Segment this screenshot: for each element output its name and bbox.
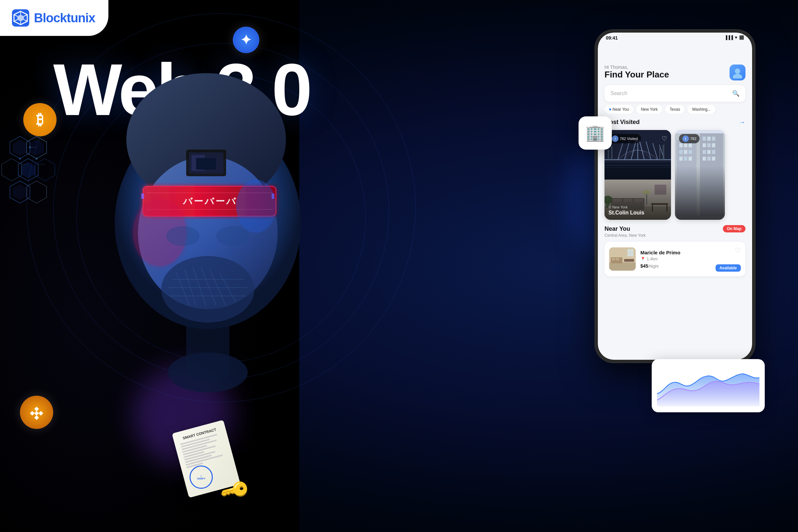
distance-value: 1.4km [647, 257, 658, 261]
pill-new-york[interactable]: New York [636, 105, 662, 114]
svg-rect-128 [624, 259, 634, 262]
svg-marker-12 [29, 140, 44, 156]
svg-rect-130 [616, 258, 619, 260]
pill-new-york-label: New York [641, 107, 658, 112]
property-card-2[interactable]: i 782 [675, 130, 725, 220]
property-name-1: St.Colin Louis [608, 210, 667, 216]
contract-stamp: ✓VERIFY [190, 466, 213, 489]
svg-point-24 [19, 158, 21, 159]
card-2-top: i 782 [679, 134, 721, 143]
phone-frame: 09:41 ▐▐▐ ▼ ⬛ Hi Thomas, Find Your Place [595, 30, 755, 362]
property-card-1[interactable]: i 782 Visited ♡ © New York St.Colin Loui… [605, 130, 671, 220]
most-visited-arrow[interactable]: → [739, 118, 745, 126]
pill-texas-label: Texas [670, 107, 680, 112]
logo-text: Blocktunix [34, 11, 95, 25]
search-icon: 🔍 [732, 90, 740, 97]
svg-point-53 [236, 179, 276, 233]
phone-greeting: Hi Thomas, [605, 64, 669, 70]
floating-chart-card [652, 359, 765, 412]
listing-actions: ♡ Available [716, 246, 741, 272]
listing-thumbnail [609, 247, 636, 271]
svg-marker-19 [26, 181, 46, 203]
visited-badge-2: i 782 [679, 134, 700, 143]
logo-icon [12, 9, 29, 26]
svg-rect-125 [609, 262, 636, 271]
phone-header: Hi Thomas, Find Your Place [605, 64, 745, 80]
available-badge: Available [716, 264, 741, 272]
property-location-1: © New York [608, 205, 667, 209]
pill-texas[interactable]: Texas [665, 105, 685, 114]
svg-point-25 [36, 158, 38, 159]
svg-rect-41 [196, 158, 216, 170]
pill-washington-label: Washing... [692, 107, 710, 112]
search-bar[interactable]: Search 🔍 [605, 85, 745, 102]
phone-status-bar: 09:41 ▐▐▐ ▼ ⬛ [598, 35, 752, 41]
svg-point-62 [733, 74, 742, 78]
location-pin-icon: 📍 [640, 257, 645, 261]
status-time: 09:41 [606, 35, 618, 41]
svg-marker-15 [2, 158, 22, 181]
user-avatar [729, 64, 745, 80]
svg-point-23 [29, 146, 31, 148]
visited-count-2: 782 [690, 137, 696, 141]
svg-marker-56 [34, 407, 39, 411]
near-you-subtitle: Central Area, New York [605, 233, 745, 238]
phone-greeting-section: Hi Thomas, Find Your Place [605, 64, 669, 79]
most-visited-header: Most Visited → [605, 118, 745, 126]
svg-marker-60 [34, 411, 39, 416]
pill-near-you[interactable]: Near You [605, 105, 633, 114]
phone-main-title: Find Your Place [605, 70, 669, 79]
near-you-title: Near You [605, 225, 630, 232]
phone-screen: 09:41 ▐▐▐ ▼ ⬛ Hi Thomas, Find Your Place [598, 33, 752, 360]
location-pills-container: Near You New York Texas Washing... [605, 105, 745, 114]
listing-name: Maricle de Primo [640, 250, 711, 255]
visited-badge-1: i 782 Visited [608, 134, 641, 143]
phone-screen-content: Hi Thomas, Find Your Place Search 🔍 [598, 47, 752, 360]
listing-heart-icon[interactable]: ♡ [735, 246, 741, 254]
near-you-header: Near You On Map [605, 225, 745, 232]
pill-near-you-label: Near You [612, 107, 629, 112]
svg-text:バーバーバ: バーバーバ [183, 196, 237, 207]
building-emoji: 🏢 [585, 124, 605, 142]
logo: Blocktunix [0, 0, 108, 36]
phone-mockup: 09:41 ▐▐▐ ▼ ⬛ Hi Thomas, Find Your Place [595, 30, 755, 362]
floating-building-card: 🏢 [578, 116, 612, 150]
svg-marker-58 [39, 411, 43, 416]
listing-card[interactable]: Maricle de Primo 📍 1.4km $45/Night ♡ Ava… [605, 242, 745, 276]
heart-icon-1[interactable]: ♡ [662, 135, 667, 142]
svg-rect-129 [612, 258, 615, 260]
svg-point-54 [166, 226, 200, 246]
listing-price: $45/Night [640, 263, 711, 269]
svg-marker-57 [30, 411, 35, 416]
status-icons: ▐▐▐ ▼ ⬛ [724, 35, 744, 41]
svg-marker-16 [35, 158, 55, 181]
property-cards-container: i 782 Visited ♡ © New York St.Colin Loui… [605, 130, 745, 220]
svg-marker-59 [34, 415, 39, 420]
listing-distance: 📍 1.4km [640, 257, 711, 261]
search-placeholder: Search [610, 91, 627, 96]
binance-icon [20, 396, 53, 429]
analytics-chart [657, 364, 759, 407]
svg-point-55 [216, 226, 249, 246]
svg-marker-18 [13, 184, 27, 200]
svg-rect-36 [141, 193, 144, 199]
on-map-button[interactable]: On Map [723, 225, 745, 232]
svg-marker-10 [13, 140, 27, 156]
svg-point-42 [161, 256, 254, 323]
robot-head-visual: バーバーバ [66, 40, 349, 406]
pill-washington[interactable]: Washing... [687, 105, 715, 114]
bitcoin-icon: ₿ [23, 103, 57, 136]
listing-info: Maricle de Primo 📍 1.4km $45/Night [640, 250, 711, 269]
card-1-bottom: © New York St.Colin Louis [608, 205, 667, 216]
visited-count-1: 782 Visited [620, 137, 638, 141]
card-1-top: i 782 Visited ♡ [608, 134, 667, 143]
svg-point-61 [735, 69, 740, 74]
